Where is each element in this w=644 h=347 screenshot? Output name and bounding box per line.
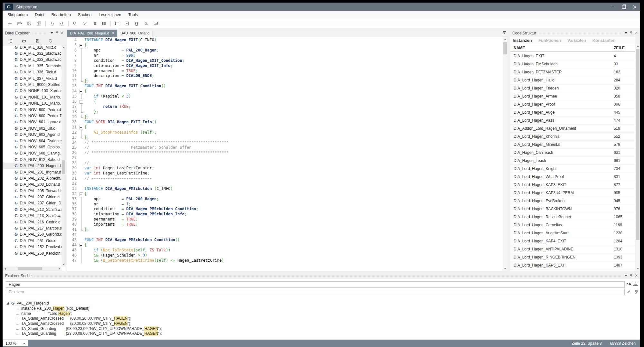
structure-row[interactable]: DIA_Lord_Hagen_Minental579 <box>510 141 635 149</box>
scroll-down-icon[interactable] <box>637 268 639 269</box>
whole-word-icon[interactable]: ab <box>633 282 638 286</box>
structure-row[interactable]: DIA_Lord_Hagen_Khorinis552 <box>510 133 635 141</box>
structure-row[interactable]: DIA_Addon_Lord_Hagen_Ornament518 <box>510 125 635 133</box>
column-name[interactable]: NAME <box>510 46 611 50</box>
file-list-item[interactable]: GDIA_NONE_101_Mario. <box>3 100 62 107</box>
code-line[interactable]: 20FUNC VOID DIA_Hagen_EXIT_Info() <box>67 120 503 125</box>
save-all-icon[interactable] <box>34 20 44 27</box>
search-result-match[interactable]: →name = "Lord Hagen"; <box>3 311 640 316</box>
code-line[interactable]: 45 if (Npc_IsInState(self, ZS_Talk)) <box>67 248 503 253</box>
drag-grip[interactable] <box>539 33 621 34</box>
code-line[interactable]: 38 information = DIA_Hagen_PMSchulden_In… <box>67 212 503 217</box>
panel-close-button[interactable] <box>60 31 65 36</box>
structure-row[interactable]: DIA_Lord_Hagen_KAP4_EXIT1284 <box>510 237 635 245</box>
replace-input[interactable] <box>6 289 625 295</box>
numbered-list-icon[interactable] <box>90 20 99 27</box>
panel-close-button[interactable] <box>634 31 639 36</box>
preview-icon[interactable] <box>122 20 132 27</box>
structure-row[interactable]: DIA_Lord_Hagen_Frieden320 <box>510 84 635 92</box>
file-list-item[interactable]: GDIA_NOV_600_Pedro.d <box>3 107 62 113</box>
search-result-match[interactable]: →instance Pal_200_Hagen (Npc_Default) <box>3 306 640 311</box>
search-result-file[interactable]: GPAL_200_Hagen.d <box>3 301 640 306</box>
panel-menu-button[interactable] <box>49 31 54 36</box>
zoom-select[interactable]: 100 % <box>3 340 28 346</box>
file-list-item[interactable]: GDIA_NOV_612_Babo.d <box>3 156 62 163</box>
scroll-thumb[interactable] <box>636 49 639 240</box>
structure-row[interactable]: DIA_Lord_Hagen_Auge445 <box>510 108 635 117</box>
code-line[interactable]: 19}; <box>67 115 503 120</box>
person-icon[interactable] <box>141 20 151 27</box>
code-line[interactable]: 35 npc = PAL_200_Hagen; <box>67 197 503 202</box>
code-line[interactable]: 41}; <box>67 227 503 232</box>
code-line[interactable]: 17 return TRUE; <box>67 104 503 109</box>
match-case-icon[interactable]: aA <box>627 282 631 286</box>
search-input[interactable] <box>6 281 625 288</box>
code-line[interactable]: 9 information = DIA_Hagen_EXIT_Info; <box>67 63 503 69</box>
structure-row[interactable]: DIA_Lord_Hagen_Cornelius1168 <box>510 221 635 229</box>
code-line[interactable]: 42 <box>67 232 503 238</box>
tab-overflow-icon[interactable] <box>503 31 506 35</box>
code-line[interactable]: 27 <box>67 155 503 161</box>
code-line[interactable]: 4INSTANCE DIA_Hagen_EXIT(C_INFO) <box>67 38 503 43</box>
code-line[interactable]: 5{ <box>67 43 503 48</box>
code-line[interactable]: 15 if (Kapitel < 3) <box>67 94 503 99</box>
open-folder-icon[interactable] <box>15 20 24 27</box>
code-line[interactable]: 13FUNC INT DIA_Hagen_EXIT_Condition() <box>67 84 503 89</box>
code-line[interactable]: 37 condition = DIA_Hagen_PMSchulden_Cond… <box>67 207 503 212</box>
expander-icon[interactable] <box>6 302 9 305</box>
structure-row[interactable]: DIA_Lord_Hagen_Proof396 <box>510 100 635 108</box>
fold-collapse-icon[interactable] <box>79 43 84 48</box>
scroll-right-icon[interactable] <box>59 267 60 270</box>
editor-tab[interactable]: BAU_900_Onar.d <box>118 30 153 37</box>
code-line[interactable]: 28// -------------------------- <box>67 161 503 166</box>
menu-item-skriptorium[interactable]: Skriptorium <box>4 11 31 19</box>
menu-item-suchen[interactable]: Suchen <box>74 11 95 19</box>
structure-row[interactable]: DIA_Hagen_PETZMASTER162 <box>510 68 635 76</box>
fold-collapse-icon[interactable] <box>79 99 84 104</box>
code-line[interactable]: 34{ <box>67 192 503 197</box>
comment-icon[interactable] <box>151 20 161 27</box>
pin-button[interactable] <box>629 273 634 278</box>
code-line[interactable]: 7 nr = 999; <box>67 53 503 58</box>
file-list-item[interactable]: GDIA_MIL_9000_Gottfrie <box>3 81 62 88</box>
file-list-item[interactable]: GDIA_MIL_335_Rumbolc <box>3 63 62 69</box>
structure-tab-instanzen[interactable]: Instanzen <box>513 38 532 43</box>
file-list-item[interactable]: GDIA_PAL_205_Torwache <box>3 188 62 194</box>
edit-pencil-icon[interactable] <box>627 289 631 295</box>
code-line[interactable]: 8 condition = DIA_Hagen_EXIT_Condition; <box>67 58 503 63</box>
file-list-item[interactable]: GDIA_PAL_201_Ingmar.d <box>3 169 62 175</box>
structure-row[interactable]: DIA_Lord_Hagen_RINGEBRINGEN1393 <box>510 253 635 261</box>
new-icon[interactable] <box>5 20 15 27</box>
file-list-item[interactable]: GDIA_PAL_217_Marcos.d <box>3 225 62 231</box>
file-list-vscrollbar[interactable] <box>62 45 66 267</box>
code-line[interactable]: 30var int Hagen_LastPetzCrime; <box>67 171 503 176</box>
file-list-item[interactable]: GDIA_NOV_600_Pedro_D <box>3 113 62 119</box>
tab-close-icon[interactable]: × <box>112 31 114 35</box>
code-line[interactable]: 44{ <box>67 243 503 248</box>
file-list-item[interactable]: GDIA_NOV_605_Opolos. <box>3 144 62 150</box>
fold-collapse-icon[interactable] <box>79 243 84 248</box>
code-line[interactable]: 18 }; <box>67 109 503 115</box>
code-line[interactable]: 24// ***********************************… <box>67 140 503 145</box>
structure-row[interactable]: DIA_Lord_Hagen_EyeBroken945 <box>510 197 635 205</box>
code-line[interactable]: 31// -------------------------- <box>67 176 503 181</box>
file-list-item[interactable]: GDIA_MIL_337_Mika.d <box>3 75 62 81</box>
pin-button[interactable] <box>54 31 60 36</box>
file-list-item[interactable]: GDIA_NONE_101_Mario. <box>3 94 62 100</box>
code-line[interactable]: 36 nr = 1; <box>67 202 503 207</box>
structure-row[interactable]: DIA_Lord_Hagen_RescueBennet1065 <box>510 213 635 221</box>
minimize-button[interactable] <box>607 3 618 11</box>
window-icon[interactable] <box>112 20 122 27</box>
fold-collapse-icon[interactable] <box>79 89 84 94</box>
search-result-match[interactable]: →TA_Stand_ArmsCrossed (20,00,08,00,"NW_C… <box>3 321 640 326</box>
file-list-item[interactable]: GDIA_PAL_213_Schiffswa <box>3 213 62 219</box>
replace-all-icon[interactable] <box>634 289 638 295</box>
search-result-match[interactable]: →TA_Stand_Guarding (08,00,23,00,"NW_CITY… <box>3 326 640 331</box>
drag-grip[interactable] <box>32 33 47 34</box>
structure-row[interactable]: DIA_Hagen_CanTeach631 <box>510 149 635 157</box>
file-list-hscrollbar[interactable] <box>3 267 62 271</box>
scroll-left-icon[interactable] <box>5 267 6 270</box>
pin-button[interactable] <box>629 31 634 36</box>
code-line[interactable]: 39 permanent = TRUE; <box>67 217 503 222</box>
menu-item-tools[interactable]: Tools <box>125 11 141 19</box>
